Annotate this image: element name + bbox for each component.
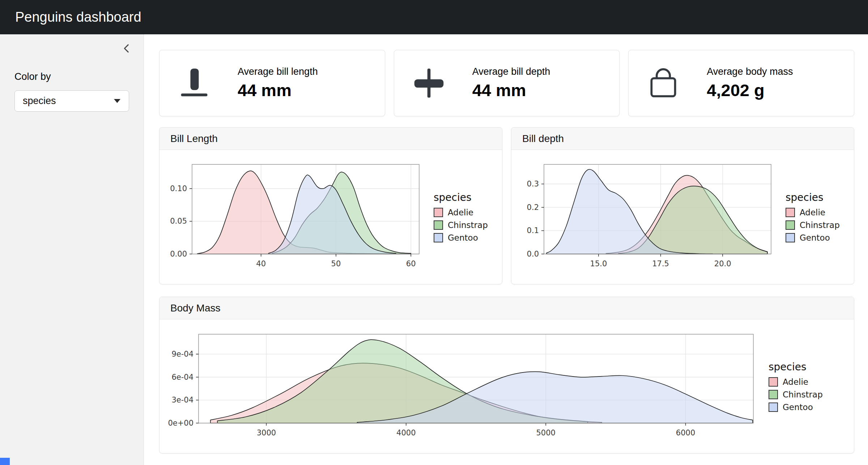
card-title: Bill depth [522, 133, 564, 145]
svg-text:20.0: 20.0 [714, 259, 731, 268]
value-box-text: Average bill depth 44 mm [472, 66, 550, 100]
align-bottom-icon [177, 66, 212, 100]
svg-text:6000: 6000 [676, 429, 695, 437]
svg-text:0.1: 0.1 [527, 226, 539, 235]
bill-length-card: Bill Length 4050600.000.050.10 speciesAd… [159, 127, 502, 284]
value-box-bill-depth: Average bill depth 44 mm [394, 50, 620, 116]
sidebar: Color by species [0, 34, 144, 465]
svg-text:60: 60 [406, 259, 416, 268]
bag-icon [646, 66, 681, 100]
legend-label: Adelie [448, 208, 473, 217]
svg-text:40: 40 [256, 259, 266, 268]
bill-depth-legend: speciesAdelieChinstrapGentoo [786, 191, 840, 242]
card-body: 4050600.000.050.10 speciesAdelieChinstra… [159, 150, 502, 284]
value-box-text: Average body mass 4,202 g [707, 66, 793, 100]
body-mass-card: Body Mass 30004000500060000e+003e-046e-0… [159, 297, 854, 453]
select-value: species [23, 95, 56, 107]
value-box-title: Average bill length [238, 66, 318, 77]
legend-item: Gentoo [769, 402, 823, 412]
legend-label: Adelie [800, 208, 825, 217]
legend-swatch [434, 233, 443, 242]
value-box-title: Average body mass [707, 66, 793, 77]
align-center-icon [412, 66, 446, 100]
legend-swatch [769, 377, 778, 387]
value-box-value: 44 mm [238, 80, 318, 100]
body-mass-legend: speciesAdelieChinstrapGentoo [769, 361, 823, 412]
svg-text:4000: 4000 [396, 429, 416, 437]
svg-text:3000: 3000 [257, 429, 276, 437]
chart-svg: 30004000500060000e+003e-046e-049e-04 [165, 329, 758, 442]
card-title: Bill Length [170, 133, 218, 145]
legend-swatch [434, 220, 443, 230]
legend-title: species [786, 191, 840, 203]
value-box-body-mass: Average body mass 4,202 g [628, 50, 854, 116]
svg-text:0.2: 0.2 [527, 203, 539, 211]
app-title: Penguins dashboard [15, 9, 141, 25]
legend-item: Adelie [769, 377, 823, 387]
svg-text:6e-04: 6e-04 [171, 373, 193, 382]
legend-item: Adelie [786, 208, 840, 217]
svg-text:50: 50 [331, 259, 341, 268]
legend-label: Chinstrap [800, 220, 840, 230]
legend-swatch [786, 208, 795, 217]
color-by-label: Color by [14, 71, 129, 82]
main-content: Average bill length 44 mm Average bill d… [144, 34, 868, 465]
svg-text:0.05: 0.05 [170, 217, 187, 225]
legend-swatch [786, 233, 795, 242]
value-box-value: 4,202 g [707, 80, 793, 100]
bill-length-legend: speciesAdelieChinstrapGentoo [434, 191, 488, 242]
value-box-value: 44 mm [472, 80, 550, 100]
navbar: Penguins dashboard [0, 0, 868, 34]
sidebar-collapse-button[interactable] [120, 42, 133, 55]
body-mass-chart: 30004000500060000e+003e-046e-049e-04 [165, 329, 758, 443]
legend-item: Gentoo [434, 233, 488, 242]
svg-text:9e-04: 9e-04 [171, 350, 193, 358]
legend-label: Chinstrap [783, 390, 823, 399]
legend-label: Chinstrap [448, 220, 488, 230]
card-body: 15.017.520.00.00.10.20.3 speciesAdelieCh… [511, 150, 854, 284]
chevron-left-icon [120, 42, 133, 55]
card-title: Body Mass [170, 302, 221, 314]
svg-text:0.10: 0.10 [170, 184, 187, 193]
value-box-bill-length: Average bill length 44 mm [159, 50, 385, 116]
legend-swatch [769, 402, 778, 412]
card-header: Body Mass [159, 297, 854, 319]
legend-item: Gentoo [786, 233, 840, 242]
legend-title: species [769, 361, 823, 373]
bill-depth-card: Bill depth 15.017.520.00.00.10.20.3 spec… [511, 127, 854, 284]
legend-item: Chinstrap [434, 220, 488, 230]
card-body: 30004000500060000e+003e-046e-049e-04 spe… [159, 319, 854, 453]
legend-item: Chinstrap [769, 390, 823, 399]
legend-swatch [769, 390, 778, 399]
bill-depth-chart: 15.017.520.00.00.10.20.3 [517, 160, 775, 274]
corner-badge [0, 458, 10, 465]
caret-down-icon [114, 99, 121, 103]
bill-cards-row: Bill Length 4050600.000.050.10 speciesAd… [159, 127, 854, 284]
legend-label: Gentoo [800, 233, 830, 242]
value-box-title: Average bill depth [472, 66, 550, 77]
value-boxes-row: Average bill length 44 mm Average bill d… [159, 50, 854, 116]
svg-text:5000: 5000 [536, 429, 555, 437]
color-by-select[interactable]: species [14, 90, 129, 112]
legend-label: Gentoo [448, 233, 478, 242]
value-box-text: Average bill length 44 mm [238, 66, 318, 100]
card-header: Bill depth [511, 128, 854, 150]
card-header: Bill Length [159, 128, 502, 150]
svg-text:3e-04: 3e-04 [171, 396, 193, 404]
legend-title: species [434, 191, 488, 203]
chart-svg: 15.017.520.00.00.10.20.3 [517, 160, 775, 273]
svg-text:0.0: 0.0 [527, 250, 539, 258]
legend-label: Adelie [783, 377, 808, 387]
bill-length-chart: 4050600.000.050.10 [165, 160, 424, 274]
svg-text:17.5: 17.5 [652, 259, 669, 268]
svg-text:0.00: 0.00 [170, 250, 187, 258]
svg-text:0.3: 0.3 [527, 180, 539, 188]
legend-item: Chinstrap [786, 220, 840, 230]
legend-swatch [786, 220, 795, 230]
legend-item: Adelie [434, 208, 488, 217]
svg-text:15.0: 15.0 [590, 259, 607, 268]
svg-text:0e+00: 0e+00 [168, 419, 193, 427]
legend-swatch [434, 208, 443, 217]
chart-svg: 4050600.000.050.10 [165, 160, 424, 273]
legend-label: Gentoo [783, 402, 813, 412]
